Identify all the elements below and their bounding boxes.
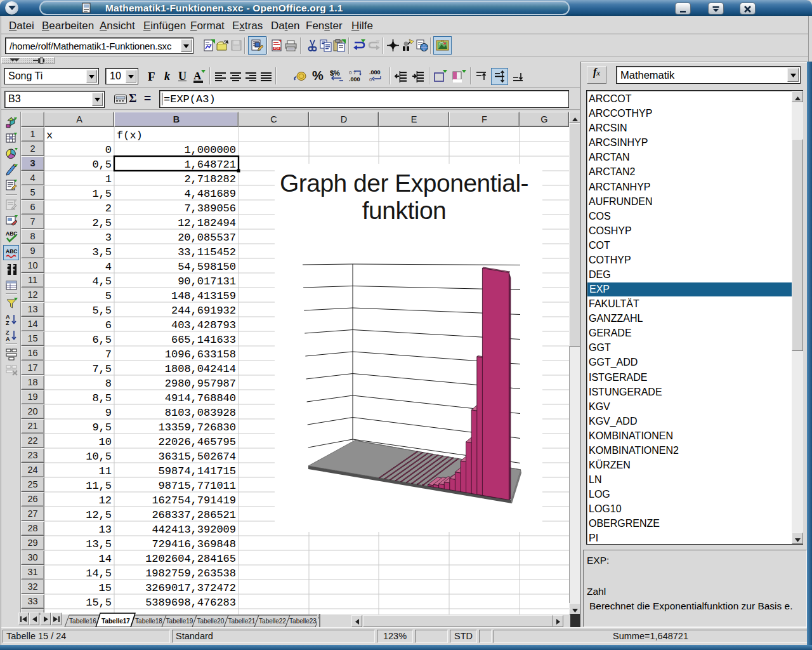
svg-text:54,598150: 54,598150 xyxy=(178,261,236,273)
svg-text:5389698,476283: 5389698,476283 xyxy=(145,597,236,609)
svg-text:Graph der Exponential-: Graph der Exponential- xyxy=(280,169,528,197)
svg-text:20,085537: 20,085537 xyxy=(178,232,236,244)
svg-text:Tabelle21: Tabelle21 xyxy=(228,618,256,625)
svg-text:7,389056: 7,389056 xyxy=(184,202,236,215)
svg-text:4914,768840: 4914,768840 xyxy=(165,392,236,404)
svg-text:90,017131: 90,017131 xyxy=(178,275,236,288)
svg-text:162754,791419: 162754,791419 xyxy=(152,494,236,507)
svg-text:3,5: 3,5 xyxy=(92,246,112,258)
svg-text:1,5: 1,5 xyxy=(92,188,112,200)
svg-text:9,5: 9,5 xyxy=(92,421,112,434)
svg-text:1,648721: 1,648721 xyxy=(184,159,236,171)
svg-text:ABC: ABC xyxy=(6,248,17,255)
svg-text:3269017,372472: 3269017,372472 xyxy=(145,582,236,594)
svg-text:funktion: funktion xyxy=(362,197,447,224)
svg-text:11,5: 11,5 xyxy=(86,480,112,492)
svg-text:7: 7 xyxy=(105,348,112,361)
svg-text:14,5: 14,5 xyxy=(86,567,112,580)
svg-text:1202604,284165: 1202604,284165 xyxy=(145,553,236,565)
svg-text:0 7: 0 7 xyxy=(349,70,357,76)
svg-text:2,718282: 2,718282 xyxy=(184,173,236,185)
svg-text:244,691932: 244,691932 xyxy=(171,305,236,317)
svg-text:A: A xyxy=(6,336,10,342)
svg-text:13359,726830: 13359,726830 xyxy=(159,421,236,434)
svg-text:PDF: PDF xyxy=(274,47,280,50)
svg-text:4: 4 xyxy=(105,261,112,273)
svg-text:0: 0 xyxy=(369,77,372,83)
svg-text:A: A xyxy=(193,70,202,82)
svg-text:f(x): f(x) xyxy=(117,129,143,142)
svg-text:6: 6 xyxy=(105,319,112,331)
svg-text:729416,369848: 729416,369848 xyxy=(152,538,236,550)
svg-text:12,5: 12,5 xyxy=(86,509,112,521)
svg-text:22026,465795: 22026,465795 xyxy=(159,436,236,448)
svg-text:1982759,263538: 1982759,263538 xyxy=(145,567,236,580)
svg-text:5: 5 xyxy=(105,290,112,302)
svg-text:13,5: 13,5 xyxy=(86,538,112,550)
svg-text:9: 9 xyxy=(105,407,112,419)
svg-text:5,5: 5,5 xyxy=(92,305,112,317)
svg-text:.000: .000 xyxy=(369,69,381,76)
svg-text:6,5: 6,5 xyxy=(92,334,112,346)
svg-text:8,5: 8,5 xyxy=(92,392,112,404)
svg-text:36315,502674: 36315,502674 xyxy=(159,451,236,463)
svg-text:.000: .000 xyxy=(349,76,360,83)
svg-text:98715,771011: 98715,771011 xyxy=(159,480,236,492)
svg-text:14: 14 xyxy=(99,553,112,565)
svg-text:15: 15 xyxy=(99,582,112,594)
svg-text:4,5: 4,5 xyxy=(92,275,112,288)
svg-text:442413,392009: 442413,392009 xyxy=(152,524,236,536)
svg-text:59874,141715: 59874,141715 xyxy=(159,465,236,477)
svg-text:8: 8 xyxy=(105,378,112,390)
svg-text:Tabelle18: Tabelle18 xyxy=(135,618,162,625)
svg-text:12: 12 xyxy=(99,494,112,507)
svg-text:1,000000: 1,000000 xyxy=(184,144,236,156)
svg-text:2: 2 xyxy=(105,202,112,215)
svg-text:33,115452: 33,115452 xyxy=(178,246,236,258)
svg-text:Z: Z xyxy=(6,320,10,326)
svg-text:Tabelle20: Tabelle20 xyxy=(197,618,225,625)
svg-text:1808,042414: 1808,042414 xyxy=(165,363,236,375)
svg-text:Tabelle22: Tabelle22 xyxy=(259,618,286,625)
svg-text:268337,286521: 268337,286521 xyxy=(152,509,236,521)
svg-text:Tabelle17: Tabelle17 xyxy=(102,618,130,625)
svg-text:$%: $% xyxy=(330,69,340,77)
svg-text:A: A xyxy=(6,314,10,320)
svg-text:2980,957987: 2980,957987 xyxy=(165,378,236,390)
svg-text:1: 1 xyxy=(105,173,112,185)
svg-text:11: 11 xyxy=(99,465,112,477)
svg-text:0: 0 xyxy=(105,144,112,156)
svg-text:1096,633158: 1096,633158 xyxy=(165,348,236,361)
svg-text:x: x xyxy=(46,129,53,142)
svg-text:Tabelle19: Tabelle19 xyxy=(166,618,193,625)
svg-text:148,413159: 148,413159 xyxy=(171,290,236,302)
svg-text:3: 3 xyxy=(105,232,112,244)
svg-text:Tabelle23: Tabelle23 xyxy=(289,618,317,625)
svg-text:Tabelle16: Tabelle16 xyxy=(69,618,96,625)
svg-text:13: 13 xyxy=(99,524,112,536)
svg-text:0,5: 0,5 xyxy=(92,159,112,171)
svg-text:12,182494: 12,182494 xyxy=(178,217,236,229)
svg-text:4,481689: 4,481689 xyxy=(184,188,236,200)
svg-text:15,5: 15,5 xyxy=(86,597,112,609)
svg-text:10: 10 xyxy=(99,436,112,448)
svg-text:10,5: 10,5 xyxy=(86,451,112,463)
svg-text:7,5: 7,5 xyxy=(92,363,112,375)
svg-text:403,428793: 403,428793 xyxy=(171,319,236,331)
svg-text:2,5: 2,5 xyxy=(92,217,112,229)
svg-text:8103,083928: 8103,083928 xyxy=(165,407,236,419)
svg-text:Z: Z xyxy=(6,329,10,336)
svg-text:665,141633: 665,141633 xyxy=(171,334,236,346)
